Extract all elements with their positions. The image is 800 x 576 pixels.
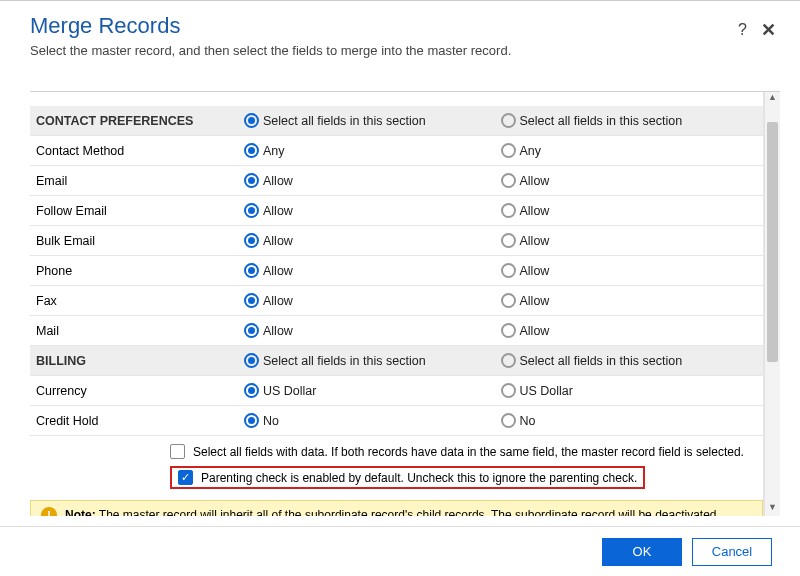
close-icon[interactable]: ✕	[761, 19, 776, 41]
sub-value: US Dollar	[520, 384, 574, 398]
note-label: Note:	[65, 508, 96, 516]
sub-value-radio[interactable]	[501, 143, 516, 158]
dialog-title: Merge Records	[30, 13, 770, 39]
select-all-master-radio[interactable]	[244, 113, 259, 128]
master-value: Allow	[263, 324, 293, 338]
scroll-area: CONTACT PREFERENCES Select all fields in…	[30, 92, 764, 516]
sub-value-radio[interactable]	[501, 323, 516, 338]
sub-value-radio[interactable]	[501, 383, 516, 398]
select-all-data-row: Select all fields with data. If both rec…	[30, 440, 763, 463]
field-row: Bulk Email Allow Allow	[30, 226, 763, 256]
field-row: Contact Method Any Any	[30, 136, 763, 166]
parenting-check-label: Parenting check is enabled by default. U…	[201, 471, 637, 485]
select-all-label: Select all fields in this section	[263, 114, 426, 128]
master-value-radio[interactable]	[244, 263, 259, 278]
master-value: Allow	[263, 234, 293, 248]
field-label: Fax	[30, 294, 230, 308]
master-value-radio[interactable]	[244, 323, 259, 338]
sub-value: Allow	[520, 174, 550, 188]
master-value: Allow	[263, 264, 293, 278]
bottom-options: Select all fields with data. If both rec…	[30, 440, 763, 492]
note-body: The master record will inherit all of th…	[99, 508, 720, 516]
field-row: Follow Email Allow Allow	[30, 196, 763, 226]
select-all-sub-radio[interactable]	[501, 353, 516, 368]
select-all-label: Select all fields in this section	[520, 354, 683, 368]
fields-grid: CONTACT PREFERENCES Select all fields in…	[30, 106, 763, 436]
select-all-label: Select all fields in this section	[520, 114, 683, 128]
scroll-thumb[interactable]	[767, 122, 778, 362]
select-all-data-label: Select all fields with data. If both rec…	[193, 445, 744, 459]
dialog-header: Merge Records Select the master record, …	[0, 1, 800, 68]
sub-value-radio[interactable]	[501, 203, 516, 218]
field-label: Follow Email	[30, 204, 230, 218]
dialog-subtitle: Select the master record, and then selec…	[30, 43, 770, 58]
field-row: Email Allow Allow	[30, 166, 763, 196]
sub-value: Allow	[520, 204, 550, 218]
field-label: Currency	[30, 384, 230, 398]
field-row: Currency US Dollar US Dollar	[30, 376, 763, 406]
field-row: Credit Hold No No	[30, 406, 763, 436]
master-value-radio[interactable]	[244, 173, 259, 188]
vertical-scrollbar[interactable]: ▲ ▼	[764, 92, 780, 516]
sub-value-radio[interactable]	[501, 413, 516, 428]
field-row: Fax Allow Allow	[30, 286, 763, 316]
sub-value: No	[520, 414, 536, 428]
select-all-master-radio[interactable]	[244, 353, 259, 368]
field-label: Phone	[30, 264, 230, 278]
master-value: Any	[263, 144, 285, 158]
field-label: Mail	[30, 324, 230, 338]
field-row: Mail Allow Allow	[30, 316, 763, 346]
sub-value: Allow	[520, 324, 550, 338]
master-value-radio[interactable]	[244, 293, 259, 308]
master-value-radio[interactable]	[244, 233, 259, 248]
select-all-data-checkbox[interactable]	[170, 444, 185, 459]
master-value: Allow	[263, 174, 293, 188]
sub-value: Any	[520, 144, 542, 158]
master-value-radio[interactable]	[244, 203, 259, 218]
master-value-radio[interactable]	[244, 383, 259, 398]
sub-value-radio[interactable]	[501, 293, 516, 308]
sub-value: Allow	[520, 264, 550, 278]
section-header-contact: CONTACT PREFERENCES Select all fields in…	[30, 106, 763, 136]
sub-value: Allow	[520, 234, 550, 248]
sub-value-radio[interactable]	[501, 233, 516, 248]
sub-value: Allow	[520, 294, 550, 308]
scroll-down-icon[interactable]: ▼	[765, 502, 780, 516]
field-label: Contact Method	[30, 144, 230, 158]
merge-records-dialog: Merge Records Select the master record, …	[0, 0, 800, 576]
section-title: BILLING	[30, 354, 230, 368]
field-label: Bulk Email	[30, 234, 230, 248]
master-value-radio[interactable]	[244, 143, 259, 158]
master-value: No	[263, 414, 279, 428]
cancel-button[interactable]: Cancel	[692, 538, 772, 566]
note-text: Note: The master record will inherit all…	[65, 508, 720, 516]
field-label: Credit Hold	[30, 414, 230, 428]
note-bar: ! Note: The master record will inherit a…	[30, 500, 763, 516]
select-all-sub-radio[interactable]	[501, 113, 516, 128]
highlight-box: ✓ Parenting check is enabled by default.…	[170, 466, 645, 489]
dialog-footer: OK Cancel	[0, 526, 800, 576]
parenting-check-row: ✓ Parenting check is enabled by default.…	[30, 463, 763, 492]
sub-value-radio[interactable]	[501, 173, 516, 188]
master-value-radio[interactable]	[244, 413, 259, 428]
field-label: Email	[30, 174, 230, 188]
content-frame: CONTACT PREFERENCES Select all fields in…	[30, 91, 780, 516]
parenting-check-checkbox[interactable]: ✓	[178, 470, 193, 485]
section-title: CONTACT PREFERENCES	[30, 114, 230, 128]
help-icon[interactable]: ?	[738, 21, 747, 39]
scroll-up-icon[interactable]: ▲	[765, 92, 780, 106]
select-all-label: Select all fields in this section	[263, 354, 426, 368]
master-value: Allow	[263, 204, 293, 218]
section-header-billing: BILLING Select all fields in this sectio…	[30, 346, 763, 376]
sub-value-radio[interactable]	[501, 263, 516, 278]
warning-icon: !	[41, 507, 57, 516]
master-value: US Dollar	[263, 384, 317, 398]
master-value: Allow	[263, 294, 293, 308]
field-row: Phone Allow Allow	[30, 256, 763, 286]
ok-button[interactable]: OK	[602, 538, 682, 566]
